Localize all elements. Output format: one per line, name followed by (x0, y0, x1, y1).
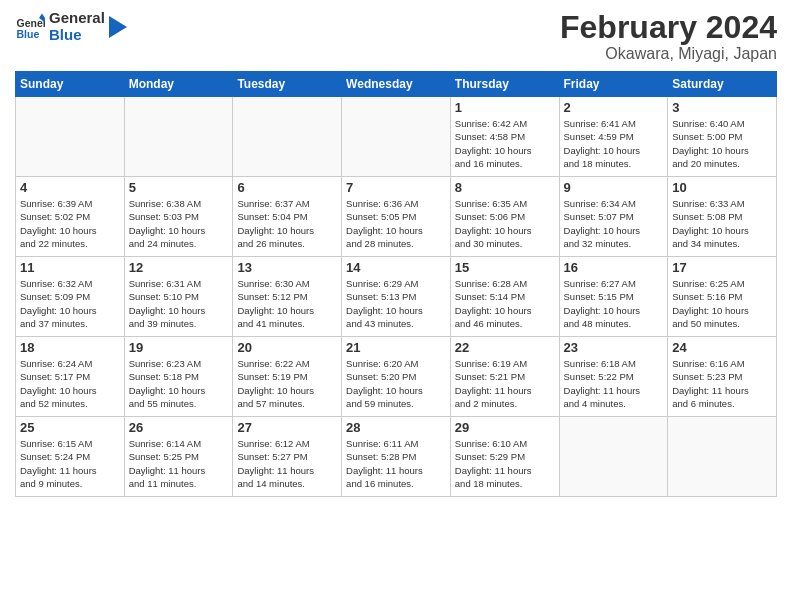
calendar-subtitle: Okawara, Miyagi, Japan (560, 45, 777, 63)
table-row: 7Sunrise: 6:36 AM Sunset: 5:05 PM Daylig… (342, 177, 451, 257)
day-info: Sunrise: 6:30 AM Sunset: 5:12 PM Dayligh… (237, 277, 337, 330)
day-info: Sunrise: 6:42 AM Sunset: 4:58 PM Dayligh… (455, 117, 555, 170)
table-row: 28Sunrise: 6:11 AM Sunset: 5:28 PM Dayli… (342, 417, 451, 497)
day-number: 17 (672, 260, 772, 275)
day-number: 21 (346, 340, 446, 355)
day-info: Sunrise: 6:18 AM Sunset: 5:22 PM Dayligh… (564, 357, 664, 410)
day-info: Sunrise: 6:40 AM Sunset: 5:00 PM Dayligh… (672, 117, 772, 170)
header-friday: Friday (559, 72, 668, 97)
table-row: 23Sunrise: 6:18 AM Sunset: 5:22 PM Dayli… (559, 337, 668, 417)
table-row (16, 97, 125, 177)
day-number: 2 (564, 100, 664, 115)
day-info: Sunrise: 6:31 AM Sunset: 5:10 PM Dayligh… (129, 277, 229, 330)
table-row: 24Sunrise: 6:16 AM Sunset: 5:23 PM Dayli… (668, 337, 777, 417)
calendar-title: February 2024 (560, 10, 777, 45)
day-number: 9 (564, 180, 664, 195)
day-info: Sunrise: 6:29 AM Sunset: 5:13 PM Dayligh… (346, 277, 446, 330)
table-row: 2Sunrise: 6:41 AM Sunset: 4:59 PM Daylig… (559, 97, 668, 177)
header-monday: Monday (124, 72, 233, 97)
table-row: 12Sunrise: 6:31 AM Sunset: 5:10 PM Dayli… (124, 257, 233, 337)
day-number: 22 (455, 340, 555, 355)
calendar-week-3: 11Sunrise: 6:32 AM Sunset: 5:09 PM Dayli… (16, 257, 777, 337)
header-saturday: Saturday (668, 72, 777, 97)
day-info: Sunrise: 6:23 AM Sunset: 5:18 PM Dayligh… (129, 357, 229, 410)
day-number: 7 (346, 180, 446, 195)
table-row: 19Sunrise: 6:23 AM Sunset: 5:18 PM Dayli… (124, 337, 233, 417)
day-number: 11 (20, 260, 120, 275)
header-sunday: Sunday (16, 72, 125, 97)
day-info: Sunrise: 6:12 AM Sunset: 5:27 PM Dayligh… (237, 437, 337, 490)
table-row: 13Sunrise: 6:30 AM Sunset: 5:12 PM Dayli… (233, 257, 342, 337)
day-number: 6 (237, 180, 337, 195)
table-row: 15Sunrise: 6:28 AM Sunset: 5:14 PM Dayli… (450, 257, 559, 337)
day-number: 29 (455, 420, 555, 435)
day-info: Sunrise: 6:28 AM Sunset: 5:14 PM Dayligh… (455, 277, 555, 330)
page-container: General Blue General Blue February 2024 … (0, 0, 792, 612)
table-row (559, 417, 668, 497)
calendar-week-1: 1Sunrise: 6:42 AM Sunset: 4:58 PM Daylig… (16, 97, 777, 177)
day-info: Sunrise: 6:20 AM Sunset: 5:20 PM Dayligh… (346, 357, 446, 410)
day-info: Sunrise: 6:35 AM Sunset: 5:06 PM Dayligh… (455, 197, 555, 250)
day-number: 23 (564, 340, 664, 355)
table-row: 4Sunrise: 6:39 AM Sunset: 5:02 PM Daylig… (16, 177, 125, 257)
table-row: 9Sunrise: 6:34 AM Sunset: 5:07 PM Daylig… (559, 177, 668, 257)
day-info: Sunrise: 6:14 AM Sunset: 5:25 PM Dayligh… (129, 437, 229, 490)
table-row: 10Sunrise: 6:33 AM Sunset: 5:08 PM Dayli… (668, 177, 777, 257)
table-row: 6Sunrise: 6:37 AM Sunset: 5:04 PM Daylig… (233, 177, 342, 257)
table-row: 26Sunrise: 6:14 AM Sunset: 5:25 PM Dayli… (124, 417, 233, 497)
day-number: 16 (564, 260, 664, 275)
day-info: Sunrise: 6:39 AM Sunset: 5:02 PM Dayligh… (20, 197, 120, 250)
table-row: 20Sunrise: 6:22 AM Sunset: 5:19 PM Dayli… (233, 337, 342, 417)
day-info: Sunrise: 6:34 AM Sunset: 5:07 PM Dayligh… (564, 197, 664, 250)
day-number: 13 (237, 260, 337, 275)
day-number: 25 (20, 420, 120, 435)
table-row: 5Sunrise: 6:38 AM Sunset: 5:03 PM Daylig… (124, 177, 233, 257)
table-row: 25Sunrise: 6:15 AM Sunset: 5:24 PM Dayli… (16, 417, 125, 497)
day-info: Sunrise: 6:32 AM Sunset: 5:09 PM Dayligh… (20, 277, 120, 330)
table-row (124, 97, 233, 177)
day-info: Sunrise: 6:10 AM Sunset: 5:29 PM Dayligh… (455, 437, 555, 490)
day-number: 14 (346, 260, 446, 275)
calendar-week-5: 25Sunrise: 6:15 AM Sunset: 5:24 PM Dayli… (16, 417, 777, 497)
table-row: 18Sunrise: 6:24 AM Sunset: 5:17 PM Dayli… (16, 337, 125, 417)
logo-line2: Blue (49, 27, 105, 44)
table-row: 29Sunrise: 6:10 AM Sunset: 5:29 PM Dayli… (450, 417, 559, 497)
day-info: Sunrise: 6:16 AM Sunset: 5:23 PM Dayligh… (672, 357, 772, 410)
table-row (668, 417, 777, 497)
day-info: Sunrise: 6:25 AM Sunset: 5:16 PM Dayligh… (672, 277, 772, 330)
day-info: Sunrise: 6:15 AM Sunset: 5:24 PM Dayligh… (20, 437, 120, 490)
day-number: 19 (129, 340, 229, 355)
calendar-week-2: 4Sunrise: 6:39 AM Sunset: 5:02 PM Daylig… (16, 177, 777, 257)
table-row: 8Sunrise: 6:35 AM Sunset: 5:06 PM Daylig… (450, 177, 559, 257)
calendar-week-4: 18Sunrise: 6:24 AM Sunset: 5:17 PM Dayli… (16, 337, 777, 417)
day-number: 12 (129, 260, 229, 275)
logo-arrow-icon (109, 16, 127, 38)
day-number: 5 (129, 180, 229, 195)
weekday-header-row: Sunday Monday Tuesday Wednesday Thursday… (16, 72, 777, 97)
table-row: 14Sunrise: 6:29 AM Sunset: 5:13 PM Dayli… (342, 257, 451, 337)
table-row: 16Sunrise: 6:27 AM Sunset: 5:15 PM Dayli… (559, 257, 668, 337)
svg-text:Blue: Blue (17, 27, 40, 39)
header-thursday: Thursday (450, 72, 559, 97)
day-number: 27 (237, 420, 337, 435)
day-info: Sunrise: 6:27 AM Sunset: 5:15 PM Dayligh… (564, 277, 664, 330)
header-wednesday: Wednesday (342, 72, 451, 97)
logo: General Blue General Blue (15, 10, 127, 43)
day-number: 15 (455, 260, 555, 275)
day-number: 26 (129, 420, 229, 435)
header: General Blue General Blue February 2024 … (15, 10, 777, 63)
logo-icon: General Blue (15, 12, 45, 42)
day-info: Sunrise: 6:38 AM Sunset: 5:03 PM Dayligh… (129, 197, 229, 250)
title-section: February 2024 Okawara, Miyagi, Japan (560, 10, 777, 63)
day-number: 10 (672, 180, 772, 195)
day-number: 4 (20, 180, 120, 195)
table-row: 22Sunrise: 6:19 AM Sunset: 5:21 PM Dayli… (450, 337, 559, 417)
day-info: Sunrise: 6:22 AM Sunset: 5:19 PM Dayligh… (237, 357, 337, 410)
day-info: Sunrise: 6:41 AM Sunset: 4:59 PM Dayligh… (564, 117, 664, 170)
table-row: 3Sunrise: 6:40 AM Sunset: 5:00 PM Daylig… (668, 97, 777, 177)
day-info: Sunrise: 6:33 AM Sunset: 5:08 PM Dayligh… (672, 197, 772, 250)
table-row: 27Sunrise: 6:12 AM Sunset: 5:27 PM Dayli… (233, 417, 342, 497)
table-row (233, 97, 342, 177)
table-row: 17Sunrise: 6:25 AM Sunset: 5:16 PM Dayli… (668, 257, 777, 337)
day-info: Sunrise: 6:11 AM Sunset: 5:28 PM Dayligh… (346, 437, 446, 490)
